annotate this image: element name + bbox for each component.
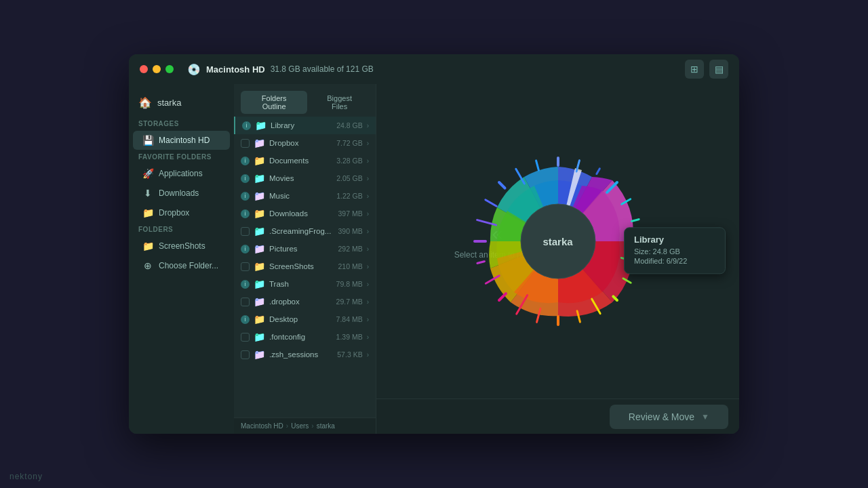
folder-icon: 📁 [254,208,265,219]
file-panel: Folders Outline Biggest Files i📁Library2… [234,84,376,434]
close-button[interactable] [140,65,148,73]
svg-rect-23 [534,159,540,171]
tooltip-box: Library Size: 24.8 GB Modified: 6/9/22 [624,227,726,274]
breadcrumb-item[interactable]: Macintosh HD [241,422,283,430]
sidebar-item-label: Dropbox [159,208,189,218]
info-button[interactable]: i [241,245,250,253]
file-size: 3.28 GB [336,157,363,165]
drive-space: 31.8 GB available of 121 GB [271,64,374,74]
table-row[interactable]: 📁Dropbox7.72 GB› [234,134,376,152]
folder-icon: 📁 [254,138,265,148]
row-checkbox[interactable] [241,298,250,306]
row-checkbox[interactable] [241,227,250,236]
folder-icon: 📁 [254,155,265,166]
fullscreen-button[interactable] [165,65,174,73]
tooltip-modified-value: 6/9/22 [667,257,688,265]
info-button[interactable]: i [241,315,250,324]
info-button[interactable]: i [242,121,251,130]
row-chevron-icon: › [367,263,369,270]
sidebar-item-dropbox[interactable]: 📁 Dropbox [133,203,230,222]
table-row[interactable]: i📁Trash79.8 MB› [234,275,376,293]
view-toggle-2[interactable]: ▤ [709,60,728,79]
review-move-button[interactable]: Review & Move ▼ [610,405,728,429]
row-chevron-icon: › [367,245,369,253]
tooltip-modified: Modified: 6/9/22 [634,257,715,265]
app-window: 💿 Macintosh HD 31.8 GB available of 121 … [129,54,739,434]
file-name: .zsh_sessions [269,350,333,359]
file-name: Downloads [269,209,334,218]
row-chevron-icon: › [367,228,369,235]
row-checkbox[interactable] [241,139,250,148]
folder-icon: 📁 [254,279,265,289]
folder-icon: 📁 [254,331,265,342]
svg-rect-2 [595,167,601,176]
file-size: 57.3 KB [337,350,362,359]
table-row[interactable]: i📁Music1.22 GB› [234,187,376,205]
title-bar: 💿 Macintosh HD 31.8 GB available of 121 … [129,54,739,84]
table-row[interactable]: 📁ScreenShots210 MB› [234,258,376,275]
sidebar-item-downloads[interactable]: ⬇ Downloads [133,184,230,203]
sidebar-item-label: Applications [159,169,203,178]
folder-icon: 📁 [254,314,265,325]
info-button[interactable]: i [241,174,250,183]
sidebar-item-applications[interactable]: 🚀 Applications [133,164,230,183]
row-checkbox[interactable] [241,262,250,271]
table-row[interactable]: 📁.ScreamingFrog...390 MB› [234,222,376,240]
table-row[interactable]: 📁.fontconfig1.39 MB› [234,328,376,346]
breadcrumb-item[interactable]: Users [291,422,309,430]
table-row[interactable]: i📁Downloads397 MB› [234,205,376,222]
review-move-label: Review & Move [629,411,694,422]
row-chevron-icon: › [367,122,369,129]
drive-info: 💿 Macintosh HD 31.8 GB available of 121 … [187,63,374,76]
info-button[interactable]: i [241,157,250,165]
table-row[interactable]: i📁Documents3.28 GB› [234,152,376,169]
file-size: 24.8 GB [336,121,363,129]
info-button[interactable]: i [241,280,250,289]
folder-icon: 📁 [254,243,265,254]
drive-icon: 💾 [142,135,153,146]
table-row[interactable]: i📁Library24.8 GB› [234,117,376,134]
tooltip-size: Size: 24.8 GB [634,247,715,256]
row-chevron-icon: › [367,298,369,306]
file-size: 1.22 GB [336,192,363,200]
table-row[interactable]: i📁Movies2.05 GB› [234,169,376,187]
row-chevron-icon: › [367,140,369,147]
file-name: Dropbox [269,139,332,147]
dropdown-arrow-icon: ▼ [701,412,709,422]
main-content: 🏠 starka Storages 💾 Macintosh HD Favorit… [129,84,739,434]
file-name: Music [269,192,332,200]
sidebar-item-label: Macintosh HD [159,136,210,145]
file-size: 397 MB [338,209,362,218]
file-name: Documents [269,157,332,165]
section-label-folders: Folders [129,223,234,236]
folder-icon: 📁 [254,261,265,272]
svg-rect-20 [484,199,498,208]
folder-icon: 📁 [255,120,267,131]
row-chevron-icon: › [367,351,369,359]
breadcrumb-item[interactable]: starka [317,422,335,430]
tab-biggest-files[interactable]: Biggest Files [310,91,369,114]
row-chevron-icon: › [367,210,369,218]
sidebar-item-choose-folder[interactable]: ⊕ Choose Folder... [133,256,230,275]
minimize-button[interactable] [153,65,161,73]
file-name: Library [271,121,332,129]
row-checkbox[interactable] [241,333,250,342]
sidebar-item-screenshots[interactable]: 📁 ScreenShots [133,237,230,256]
tooltip-size-value: 24.8 GB [653,247,680,256]
row-chevron-icon: › [367,175,369,182]
info-button[interactable]: i [241,209,250,218]
section-label-storages: Storages [129,117,234,130]
info-button[interactable]: i [241,192,250,201]
sidebar-item-macintosh-hd[interactable]: 💾 Macintosh HD [133,131,230,150]
row-checkbox[interactable] [241,350,250,359]
table-row[interactable]: i📁Desktop7.84 MB› [234,310,376,328]
tab-folders-outline[interactable]: Folders Outline [241,91,307,114]
table-row[interactable]: 📁.zsh_sessions57.3 KB› [234,346,376,363]
file-name: .fontconfig [269,333,332,341]
row-chevron-icon: › [367,281,369,288]
table-row[interactable]: i📁Pictures292 MB› [234,240,376,258]
table-row[interactable]: 📁.dropbox29.7 MB› [234,293,376,310]
row-chevron-icon: › [367,333,369,341]
view-toggle-1[interactable]: ⊞ [685,60,704,79]
file-size: 2.05 GB [336,174,363,182]
